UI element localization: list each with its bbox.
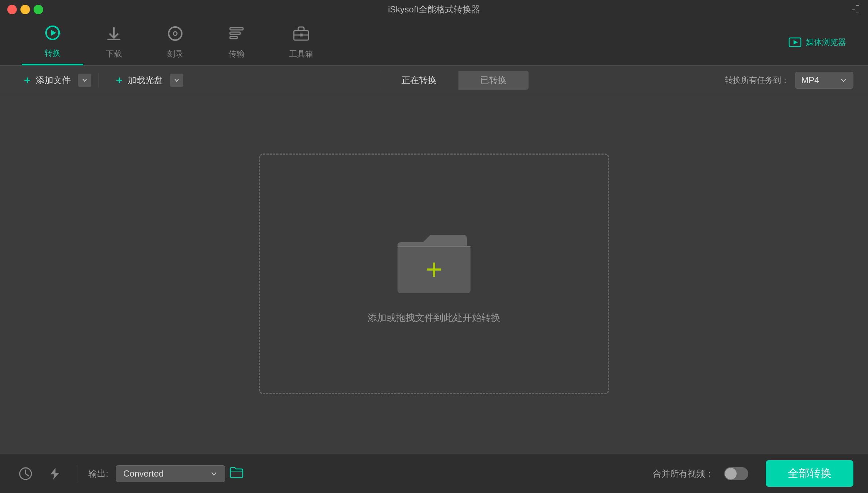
svg-rect-8 (230, 28, 243, 30)
format-select-dropdown[interactable]: MP4 (795, 72, 853, 89)
nav-tab-download[interactable]: 下载 (83, 19, 145, 65)
add-disc-button[interactable]: ＋ 加载光盘 (107, 70, 170, 91)
svg-rect-13 (300, 34, 303, 36)
toolbar: ＋ 添加文件 ＋ 加载光盘 正在转换 已转换 转换所有任务到： MP4 (0, 66, 868, 94)
minimize-button[interactable] (20, 5, 30, 14)
svg-marker-4 (51, 30, 56, 36)
navbar: 转换 下载 刻录 (0, 19, 868, 66)
folder-svg: + (390, 224, 478, 297)
media-browser-icon (788, 36, 802, 49)
media-browser-btn[interactable]: 媒体浏览器 (788, 36, 846, 49)
media-browser-label: 媒体浏览器 (806, 37, 846, 48)
output-value: Converted (123, 469, 164, 479)
add-file-dropdown[interactable] (78, 74, 91, 87)
convert-all-button[interactable]: 全部转换 (766, 460, 853, 487)
nav-tab-transfer[interactable]: 传输 (206, 19, 267, 65)
chevron-down-icon-2 (173, 77, 180, 84)
svg-text:+: + (426, 253, 443, 286)
bottom-bar: 输出: Converted 合并所有视频： 全部转换 (0, 454, 868, 493)
download-tab-label: 下载 (106, 48, 122, 59)
svg-rect-1 (852, 9, 855, 10)
add-file-button[interactable]: ＋ 添加文件 (15, 70, 78, 91)
convert-tab-label: 转换 (45, 48, 61, 59)
convert-toggle-group: 正在转换 已转换 (380, 71, 529, 90)
folder-open-icon (230, 466, 243, 478)
converted-tab-btn[interactable]: 已转换 (458, 71, 529, 90)
convert-icon (44, 24, 61, 45)
drop-zone[interactable]: + 添加或拖拽文件到此处开始转换 (259, 154, 609, 394)
app-title: iSkysoft全能格式转换器 (388, 4, 480, 15)
svg-rect-17 (397, 246, 471, 247)
transfer-icon (228, 25, 245, 46)
svg-marker-15 (794, 40, 798, 44)
add-file-label: 添加文件 (36, 74, 71, 86)
add-disc-dropdown[interactable] (170, 74, 183, 87)
titlebar: iSkysoft全能格式转换器 (0, 0, 868, 19)
nav-tab-toolbox[interactable]: 工具箱 (267, 19, 335, 65)
add-disc-label: 加载光盘 (128, 74, 163, 86)
format-label: 转换所有任务到： (725, 75, 789, 86)
add-disc-plus-icon: ＋ (114, 73, 124, 87)
output-path-dropdown[interactable]: Converted (116, 465, 225, 482)
clock-icon (18, 466, 33, 481)
svg-rect-0 (856, 5, 859, 6)
open-folder-button[interactable] (230, 466, 243, 481)
format-chevron-icon (840, 77, 847, 84)
nav-tab-burn[interactable]: 刻录 (145, 19, 206, 65)
close-button[interactable] (7, 5, 17, 14)
download-icon (105, 25, 123, 46)
nav-tabs: 转换 下载 刻录 (22, 19, 335, 65)
svg-point-7 (173, 32, 177, 35)
svg-rect-9 (230, 32, 240, 34)
svg-rect-10 (230, 36, 237, 39)
speed-button[interactable] (44, 463, 66, 485)
toolbox-tab-label: 工具箱 (289, 48, 313, 59)
lightning-icon (47, 466, 62, 481)
format-selector: 转换所有任务到： MP4 (725, 72, 853, 89)
add-file-plus-icon: ＋ (22, 73, 32, 87)
toolbox-icon (292, 25, 310, 46)
svg-point-6 (169, 27, 182, 40)
burn-icon (166, 25, 184, 46)
tab-toggle: 正在转换 已转换 (183, 71, 725, 90)
format-value: MP4 (801, 75, 819, 85)
chevron-down-icon (81, 77, 88, 84)
burn-tab-label: 刻录 (167, 48, 183, 59)
window-controls (7, 5, 43, 14)
svg-rect-2 (856, 12, 859, 12)
svg-marker-5 (58, 31, 61, 34)
nav-tab-convert[interactable]: 转换 (22, 19, 83, 65)
merge-toggle[interactable] (724, 467, 748, 480)
converting-tab-btn[interactable]: 正在转换 (380, 71, 458, 90)
titlebar-right (850, 4, 861, 15)
folder-icon: + (390, 224, 478, 297)
maximize-button[interactable] (34, 5, 43, 14)
bottom-divider (77, 465, 77, 483)
drop-hint-text: 添加或拖拽文件到此处开始转换 (368, 311, 500, 324)
output-select-wrap: Converted (116, 465, 243, 482)
merge-label: 合并所有视频： (653, 468, 714, 480)
toolbar-divider-1 (99, 73, 99, 88)
transfer-tab-label: 传输 (228, 48, 245, 59)
resize-icon (850, 4, 861, 14)
schedule-button[interactable] (15, 463, 37, 485)
output-chevron-icon (210, 470, 218, 477)
main-content: + 添加或拖拽文件到此处开始转换 (0, 94, 868, 454)
toggle-thumb (725, 468, 737, 480)
output-label: 输出: (88, 468, 108, 480)
